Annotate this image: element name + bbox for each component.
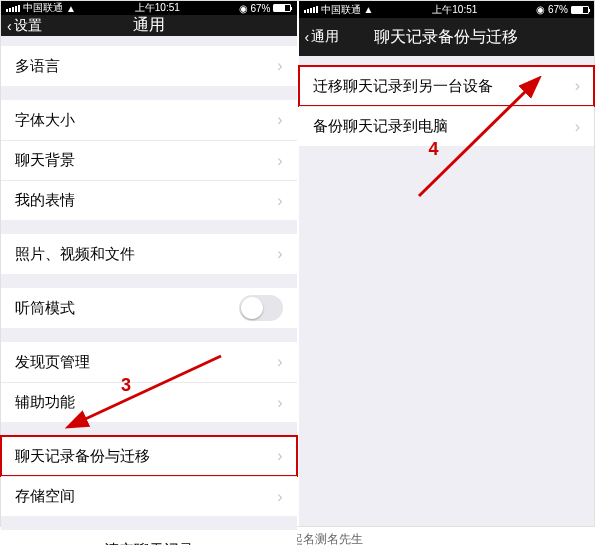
carrier-label: 中国联通 bbox=[23, 1, 63, 15]
signal-icon bbox=[304, 6, 318, 13]
chevron-right-icon: › bbox=[277, 152, 282, 170]
row-label: 字体大小 bbox=[15, 111, 277, 130]
row-label: 备份聊天记录到电脑 bbox=[313, 117, 575, 136]
row-label: 聊天背景 bbox=[15, 151, 277, 170]
row-chat-bg[interactable]: 聊天背景 › bbox=[1, 140, 297, 180]
wifi-icon: ▲ bbox=[364, 4, 374, 15]
battery-percent: ◉ 67% bbox=[536, 4, 568, 15]
nav-bar: ‹ 通用 聊天记录备份与迁移 bbox=[299, 18, 595, 56]
status-time: 上午10:51 bbox=[432, 3, 477, 17]
signal-icon bbox=[6, 5, 20, 12]
row-storage[interactable]: 存储空间 › bbox=[1, 476, 297, 516]
row-label: 听筒模式 bbox=[15, 299, 239, 318]
row-media[interactable]: 照片、视频和文件 › bbox=[1, 234, 297, 274]
settings-list: 迁移聊天记录到另一台设备 › 备份聊天记录到电脑 › bbox=[299, 56, 595, 146]
row-label: 多语言 bbox=[15, 57, 277, 76]
row-backup-pc[interactable]: 备份聊天记录到电脑 › bbox=[299, 106, 595, 146]
chevron-right-icon: › bbox=[277, 394, 282, 412]
page-title: 通用 bbox=[1, 15, 297, 36]
row-label: 迁移聊天记录到另一台设备 bbox=[313, 77, 575, 96]
row-fontsize[interactable]: 字体大小 › bbox=[1, 100, 297, 140]
row-label: 照片、视频和文件 bbox=[15, 245, 277, 264]
battery-percent: ◉ 67% bbox=[239, 3, 271, 14]
chevron-right-icon: › bbox=[277, 353, 282, 371]
status-bar: 中国联通 ▲ 上午10:51 ◉ 67% bbox=[1, 1, 297, 15]
back-button[interactable]: ‹ 通用 bbox=[305, 28, 340, 46]
row-label: 辅助功能 bbox=[15, 393, 277, 412]
nav-bar: ‹ 设置 通用 bbox=[1, 15, 297, 36]
row-label: 聊天记录备份与迁移 bbox=[15, 447, 277, 466]
chevron-left-icon: ‹ bbox=[7, 18, 12, 34]
phone-left: 中国联通 ▲ 上午10:51 ◉ 67% ‹ 设置 通用 多语言 › bbox=[1, 1, 297, 526]
row-clear-history[interactable]: 清空聊天记录 bbox=[1, 530, 297, 545]
wifi-icon: ▲ bbox=[66, 3, 76, 14]
battery-icon bbox=[571, 6, 589, 14]
row-migrate-device[interactable]: 迁移聊天记录到另一台设备 › bbox=[299, 66, 595, 106]
row-stickers[interactable]: 我的表情 › bbox=[1, 180, 297, 220]
chevron-left-icon: ‹ bbox=[305, 29, 310, 45]
row-accessibility[interactable]: 辅助功能 › bbox=[1, 382, 297, 422]
chevron-right-icon: › bbox=[575, 118, 580, 136]
chevron-right-icon: › bbox=[277, 245, 282, 263]
back-button[interactable]: ‹ 设置 bbox=[7, 17, 42, 35]
toggle-off[interactable] bbox=[239, 295, 283, 321]
carrier-label: 中国联通 bbox=[321, 3, 361, 17]
chevron-right-icon: › bbox=[277, 192, 282, 210]
chevron-right-icon: › bbox=[277, 57, 282, 75]
status-time: 上午10:51 bbox=[135, 1, 180, 15]
chevron-right-icon: › bbox=[575, 77, 580, 95]
settings-list: 多语言 › 字体大小 › 聊天背景 › 我的表情 › bbox=[1, 36, 297, 545]
battery-icon bbox=[273, 4, 291, 12]
page-title: 聊天记录备份与迁移 bbox=[299, 27, 595, 48]
row-language[interactable]: 多语言 › bbox=[1, 46, 297, 86]
chevron-right-icon: › bbox=[277, 488, 282, 506]
row-label: 我的表情 bbox=[15, 191, 277, 210]
phone-right: 中国联通 ▲ 上午10:51 ◉ 67% ‹ 通用 聊天记录备份与迁移 迁移聊天… bbox=[299, 1, 595, 526]
chevron-right-icon: › bbox=[277, 111, 282, 129]
back-label: 设置 bbox=[14, 17, 42, 35]
row-earpiece[interactable]: 听筒模式 bbox=[1, 288, 297, 328]
row-label: 发现页管理 bbox=[15, 353, 277, 372]
row-chat-backup[interactable]: 聊天记录备份与迁移 › bbox=[1, 436, 297, 476]
row-label: 清空聊天记录 bbox=[104, 541, 194, 546]
chevron-right-icon: › bbox=[277, 447, 282, 465]
back-label: 通用 bbox=[311, 28, 339, 46]
row-discover[interactable]: 发现页管理 › bbox=[1, 342, 297, 382]
row-label: 存储空间 bbox=[15, 487, 277, 506]
status-bar: 中国联通 ▲ 上午10:51 ◉ 67% bbox=[299, 1, 595, 18]
